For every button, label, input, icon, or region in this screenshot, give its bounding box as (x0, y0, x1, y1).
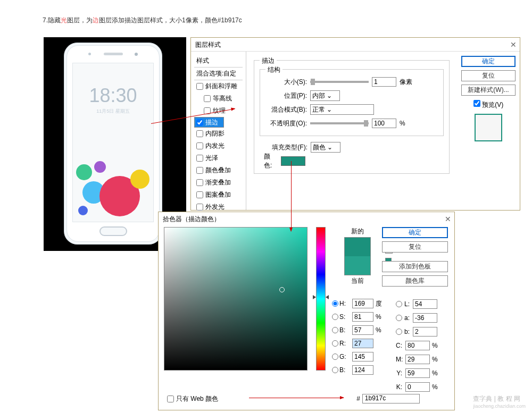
r-input[interactable]: 27 (352, 339, 373, 348)
color-label: 颜色: (260, 152, 281, 170)
y-input[interactable]: 59 (405, 368, 430, 378)
ok-button[interactable]: 确定 (461, 56, 516, 67)
style-contour[interactable]: 等高线 (194, 93, 243, 105)
h-radio[interactable] (332, 300, 338, 307)
reset-button[interactable]: 复位 (461, 70, 516, 81)
position-label: 位置(P): (265, 91, 310, 100)
color-cursor-icon (279, 287, 285, 292)
bl-input[interactable]: 124 (352, 365, 373, 375)
hex-input[interactable]: 1b917c (362, 394, 420, 403)
structure-group-label: 结构 (265, 65, 282, 74)
l-radio[interactable] (396, 301, 402, 307)
lb-input[interactable]: 2 (413, 327, 437, 337)
stroke-group-label: 描边 (260, 56, 277, 65)
webonly-label: 只有 Web 颜色 (176, 394, 218, 403)
blendmode-label: 混合模式(B): (265, 105, 310, 114)
arrow-icon (291, 161, 292, 231)
stroke-color-swatch[interactable] (281, 156, 305, 166)
k-input[interactable]: 0 (405, 382, 430, 392)
current-color-label: 当前 (334, 276, 381, 285)
style-color-overlay[interactable]: 颜色叠加 (194, 164, 243, 176)
current-color-swatch (344, 256, 371, 275)
layer-style-dialog: 图层样式 ✕ 样式 混合选项:自定 斜面和浮雕 等高线 纹理 描边 内阴影 内发… (190, 37, 520, 211)
color-library-button[interactable]: 颜色库 (382, 275, 448, 287)
size-label: 大小(S): (265, 78, 310, 87)
close-icon[interactable]: ✕ (510, 38, 517, 52)
watermark: 查字典 | 教 程 网 jiaocheng.chazidian.com (473, 394, 526, 409)
filltype-select[interactable]: 颜色 ⌄ (311, 142, 340, 153)
style-gradient-overlay[interactable]: 渐变叠加 (194, 176, 243, 189)
style-stroke[interactable]: 描边 (194, 117, 224, 128)
size-slider[interactable] (310, 81, 369, 83)
style-pattern-overlay[interactable]: 图案叠加 (194, 189, 243, 201)
g-radio[interactable] (332, 354, 338, 360)
opacity-slider[interactable] (310, 122, 369, 124)
clock-time: 18:30 (89, 85, 137, 107)
picker-cancel-button[interactable]: 复位 (382, 241, 448, 253)
m-input[interactable]: 29 (405, 355, 430, 364)
style-texture[interactable]: 纹理 (194, 105, 243, 117)
styles-list: 样式 混合选项:自定 斜面和浮雕 等高线 纹理 描边 内阴影 内发光 光泽 颜色… (191, 52, 246, 210)
color-picker-dialog: 拾色器（描边颜色） ✕ 新的 当前 确定 复位 添加到色板 颜色库 H:169度… (158, 212, 455, 410)
add-swatch-button[interactable]: 添加到色板 (382, 261, 448, 272)
preview-swatch (475, 114, 502, 141)
picker-ok-button[interactable]: 确定 (382, 227, 448, 238)
webonly-checkbox[interactable] (167, 396, 174, 402)
opacity-label: 不透明度(O): (265, 119, 310, 128)
s-radio[interactable] (332, 314, 338, 320)
a-radio[interactable] (396, 315, 402, 321)
hash-label: # (356, 395, 360, 402)
size-input[interactable]: 1 (372, 77, 396, 87)
instruction-text: 7.隐藏光图层，为边图层添加描边图层样式，大小1像素，颜色#1b917c (43, 15, 242, 25)
h-input[interactable]: 169 (352, 299, 373, 308)
clock-date: 11月5日 星期五 (96, 108, 130, 115)
style-bevel[interactable]: 斜面和浮雕 (194, 80, 243, 93)
styles-header[interactable]: 样式 (194, 55, 243, 68)
new-color-swatch (344, 237, 371, 256)
new-style-button[interactable]: 新建样式(W)... (461, 85, 516, 96)
a-input[interactable]: -36 (413, 313, 437, 323)
b-radio[interactable] (332, 327, 338, 333)
new-color-label: 新的 (334, 227, 381, 236)
style-inner-glow[interactable]: 内发光 (194, 140, 243, 152)
l-input[interactable]: 54 (413, 299, 437, 309)
r-radio[interactable] (332, 340, 338, 347)
g-input[interactable]: 145 (352, 352, 373, 361)
hue-slider[interactable] (316, 227, 326, 371)
position-select[interactable]: 内部 ⌄ (310, 90, 340, 101)
color-field[interactable] (164, 227, 307, 371)
s-input[interactable]: 81 (352, 312, 373, 322)
filltype-label: 填充类型(F): (260, 143, 311, 152)
style-inner-shadow[interactable]: 内阴影 (194, 128, 243, 140)
style-satin[interactable]: 光泽 (194, 152, 243, 164)
preview-checkbox[interactable]: 预览(V) (461, 100, 516, 110)
arrow-icon (249, 398, 344, 398)
bv-input[interactable]: 57 (352, 325, 373, 335)
lb-radio[interactable] (396, 329, 402, 335)
bl-radio[interactable] (332, 367, 338, 373)
layer-style-title: 图层样式 (195, 38, 221, 52)
blendmode-select[interactable]: 正常 ⌄ (310, 104, 374, 115)
c-input[interactable]: 80 (405, 341, 430, 350)
opacity-input[interactable]: 100 (372, 119, 396, 128)
picker-title: 拾色器（描边颜色） (163, 212, 220, 226)
blend-options-header[interactable]: 混合选项:自定 (194, 68, 243, 80)
close-icon[interactable]: ✕ (445, 212, 451, 226)
